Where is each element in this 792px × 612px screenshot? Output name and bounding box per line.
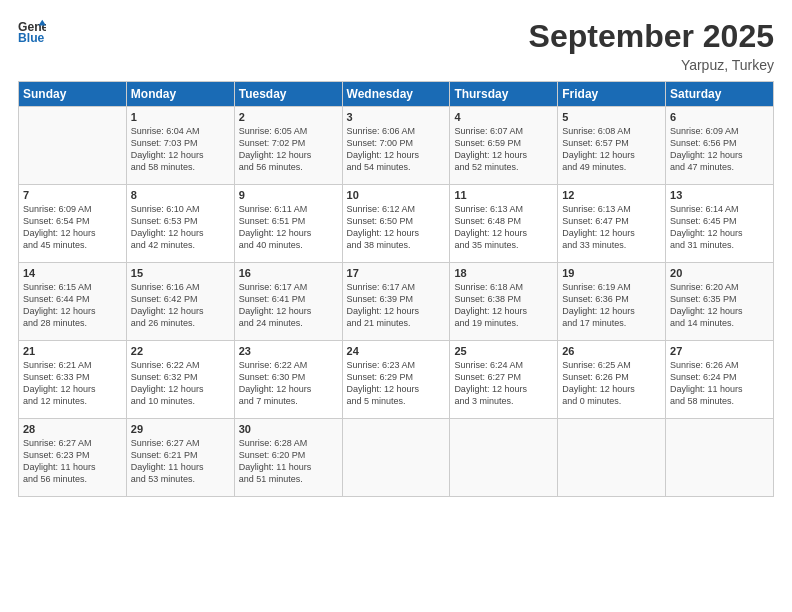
logo-icon: General Blue <box>18 18 46 46</box>
calendar-cell: 9Sunrise: 6:11 AM Sunset: 6:51 PM Daylig… <box>234 185 342 263</box>
day-number: 22 <box>131 345 230 357</box>
day-number: 10 <box>347 189 446 201</box>
calendar-cell: 7Sunrise: 6:09 AM Sunset: 6:54 PM Daylig… <box>19 185 127 263</box>
calendar-cell: 10Sunrise: 6:12 AM Sunset: 6:50 PM Dayli… <box>342 185 450 263</box>
calendar-cell: 11Sunrise: 6:13 AM Sunset: 6:48 PM Dayli… <box>450 185 558 263</box>
weekday-header-friday: Friday <box>558 82 666 107</box>
calendar-cell: 20Sunrise: 6:20 AM Sunset: 6:35 PM Dayli… <box>666 263 774 341</box>
cell-info: Sunrise: 6:15 AM Sunset: 6:44 PM Dayligh… <box>23 281 122 330</box>
cell-info: Sunrise: 6:17 AM Sunset: 6:41 PM Dayligh… <box>239 281 338 330</box>
cell-info: Sunrise: 6:22 AM Sunset: 6:32 PM Dayligh… <box>131 359 230 408</box>
cell-info: Sunrise: 6:14 AM Sunset: 6:45 PM Dayligh… <box>670 203 769 252</box>
weekday-header-monday: Monday <box>126 82 234 107</box>
cell-info: Sunrise: 6:17 AM Sunset: 6:39 PM Dayligh… <box>347 281 446 330</box>
calendar-week-row: 14Sunrise: 6:15 AM Sunset: 6:44 PM Dayli… <box>19 263 774 341</box>
calendar-cell: 15Sunrise: 6:16 AM Sunset: 6:42 PM Dayli… <box>126 263 234 341</box>
cell-info: Sunrise: 6:08 AM Sunset: 6:57 PM Dayligh… <box>562 125 661 174</box>
day-number: 18 <box>454 267 553 279</box>
calendar-cell: 22Sunrise: 6:22 AM Sunset: 6:32 PM Dayli… <box>126 341 234 419</box>
header: General Blue September 2025 Yarpuz, Turk… <box>18 18 774 73</box>
day-number: 27 <box>670 345 769 357</box>
cell-info: Sunrise: 6:13 AM Sunset: 6:48 PM Dayligh… <box>454 203 553 252</box>
day-number: 25 <box>454 345 553 357</box>
day-number: 17 <box>347 267 446 279</box>
day-number: 5 <box>562 111 661 123</box>
cell-info: Sunrise: 6:11 AM Sunset: 6:51 PM Dayligh… <box>239 203 338 252</box>
calendar-week-row: 1Sunrise: 6:04 AM Sunset: 7:03 PM Daylig… <box>19 107 774 185</box>
day-number: 14 <box>23 267 122 279</box>
calendar-cell: 30Sunrise: 6:28 AM Sunset: 6:20 PM Dayli… <box>234 419 342 497</box>
weekday-header-saturday: Saturday <box>666 82 774 107</box>
day-number: 24 <box>347 345 446 357</box>
cell-info: Sunrise: 6:27 AM Sunset: 6:21 PM Dayligh… <box>131 437 230 486</box>
month-title: September 2025 <box>529 18 774 55</box>
logo: General Blue <box>18 18 46 46</box>
cell-info: Sunrise: 6:04 AM Sunset: 7:03 PM Dayligh… <box>131 125 230 174</box>
day-number: 7 <box>23 189 122 201</box>
calendar-cell: 23Sunrise: 6:22 AM Sunset: 6:30 PM Dayli… <box>234 341 342 419</box>
cell-info: Sunrise: 6:24 AM Sunset: 6:27 PM Dayligh… <box>454 359 553 408</box>
calendar-cell: 4Sunrise: 6:07 AM Sunset: 6:59 PM Daylig… <box>450 107 558 185</box>
calendar-cell: 26Sunrise: 6:25 AM Sunset: 6:26 PM Dayli… <box>558 341 666 419</box>
calendar-cell: 21Sunrise: 6:21 AM Sunset: 6:33 PM Dayli… <box>19 341 127 419</box>
day-number: 3 <box>347 111 446 123</box>
calendar-cell: 28Sunrise: 6:27 AM Sunset: 6:23 PM Dayli… <box>19 419 127 497</box>
calendar-week-row: 7Sunrise: 6:09 AM Sunset: 6:54 PM Daylig… <box>19 185 774 263</box>
day-number: 16 <box>239 267 338 279</box>
cell-info: Sunrise: 6:22 AM Sunset: 6:30 PM Dayligh… <box>239 359 338 408</box>
cell-info: Sunrise: 6:16 AM Sunset: 6:42 PM Dayligh… <box>131 281 230 330</box>
day-number: 28 <box>23 423 122 435</box>
calendar-cell <box>558 419 666 497</box>
location: Yarpuz, Turkey <box>529 57 774 73</box>
cell-info: Sunrise: 6:20 AM Sunset: 6:35 PM Dayligh… <box>670 281 769 330</box>
calendar-cell: 19Sunrise: 6:19 AM Sunset: 6:36 PM Dayli… <box>558 263 666 341</box>
weekday-header-sunday: Sunday <box>19 82 127 107</box>
weekday-header-row: SundayMondayTuesdayWednesdayThursdayFrid… <box>19 82 774 107</box>
day-number: 23 <box>239 345 338 357</box>
calendar-cell <box>342 419 450 497</box>
calendar-cell: 16Sunrise: 6:17 AM Sunset: 6:41 PM Dayli… <box>234 263 342 341</box>
day-number: 29 <box>131 423 230 435</box>
cell-info: Sunrise: 6:19 AM Sunset: 6:36 PM Dayligh… <box>562 281 661 330</box>
weekday-header-wednesday: Wednesday <box>342 82 450 107</box>
calendar-week-row: 28Sunrise: 6:27 AM Sunset: 6:23 PM Dayli… <box>19 419 774 497</box>
day-number: 11 <box>454 189 553 201</box>
day-number: 26 <box>562 345 661 357</box>
day-number: 9 <box>239 189 338 201</box>
cell-info: Sunrise: 6:12 AM Sunset: 6:50 PM Dayligh… <box>347 203 446 252</box>
calendar-cell <box>19 107 127 185</box>
calendar-cell: 13Sunrise: 6:14 AM Sunset: 6:45 PM Dayli… <box>666 185 774 263</box>
calendar-cell: 12Sunrise: 6:13 AM Sunset: 6:47 PM Dayli… <box>558 185 666 263</box>
cell-info: Sunrise: 6:25 AM Sunset: 6:26 PM Dayligh… <box>562 359 661 408</box>
calendar-table: SundayMondayTuesdayWednesdayThursdayFrid… <box>18 81 774 497</box>
cell-info: Sunrise: 6:09 AM Sunset: 6:56 PM Dayligh… <box>670 125 769 174</box>
calendar-cell: 6Sunrise: 6:09 AM Sunset: 6:56 PM Daylig… <box>666 107 774 185</box>
cell-info: Sunrise: 6:10 AM Sunset: 6:53 PM Dayligh… <box>131 203 230 252</box>
cell-info: Sunrise: 6:09 AM Sunset: 6:54 PM Dayligh… <box>23 203 122 252</box>
calendar-cell: 1Sunrise: 6:04 AM Sunset: 7:03 PM Daylig… <box>126 107 234 185</box>
day-number: 12 <box>562 189 661 201</box>
cell-info: Sunrise: 6:13 AM Sunset: 6:47 PM Dayligh… <box>562 203 661 252</box>
day-number: 19 <box>562 267 661 279</box>
day-number: 21 <box>23 345 122 357</box>
calendar-cell: 14Sunrise: 6:15 AM Sunset: 6:44 PM Dayli… <box>19 263 127 341</box>
day-number: 20 <box>670 267 769 279</box>
calendar-cell: 24Sunrise: 6:23 AM Sunset: 6:29 PM Dayli… <box>342 341 450 419</box>
day-number: 2 <box>239 111 338 123</box>
cell-info: Sunrise: 6:05 AM Sunset: 7:02 PM Dayligh… <box>239 125 338 174</box>
cell-info: Sunrise: 6:07 AM Sunset: 6:59 PM Dayligh… <box>454 125 553 174</box>
calendar-cell <box>666 419 774 497</box>
day-number: 15 <box>131 267 230 279</box>
calendar-cell <box>450 419 558 497</box>
cell-info: Sunrise: 6:26 AM Sunset: 6:24 PM Dayligh… <box>670 359 769 408</box>
calendar-cell: 8Sunrise: 6:10 AM Sunset: 6:53 PM Daylig… <box>126 185 234 263</box>
day-number: 8 <box>131 189 230 201</box>
calendar-cell: 5Sunrise: 6:08 AM Sunset: 6:57 PM Daylig… <box>558 107 666 185</box>
cell-info: Sunrise: 6:06 AM Sunset: 7:00 PM Dayligh… <box>347 125 446 174</box>
calendar-cell: 18Sunrise: 6:18 AM Sunset: 6:38 PM Dayli… <box>450 263 558 341</box>
calendar-cell: 27Sunrise: 6:26 AM Sunset: 6:24 PM Dayli… <box>666 341 774 419</box>
weekday-header-tuesday: Tuesday <box>234 82 342 107</box>
day-number: 6 <box>670 111 769 123</box>
day-number: 30 <box>239 423 338 435</box>
cell-info: Sunrise: 6:18 AM Sunset: 6:38 PM Dayligh… <box>454 281 553 330</box>
